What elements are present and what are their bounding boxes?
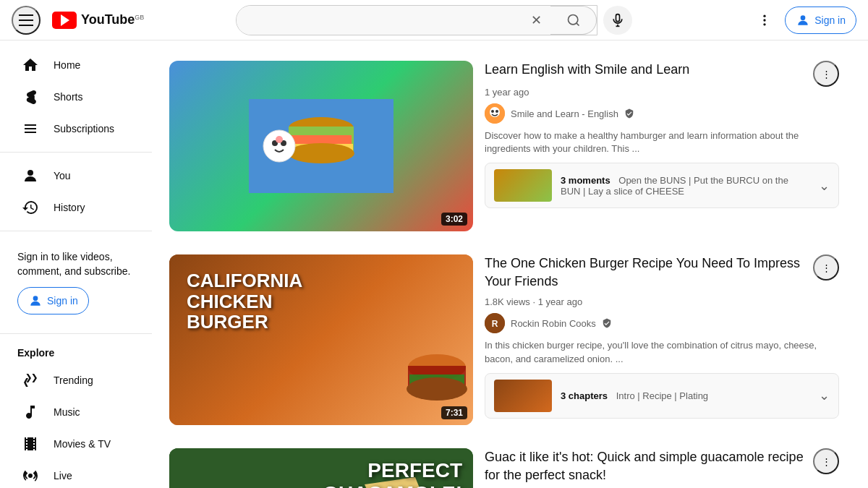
channel-name[interactable]: Rockin Robin Cooks	[511, 318, 596, 329]
live-icon	[22, 467, 39, 484]
youtube-logo[interactable]: YouTubeGB	[52, 12, 144, 29]
video-item: PERFECTGUACAMOLE! Guac it like it's hot:…	[152, 440, 868, 488]
video-more-button[interactable]: ⋮	[813, 448, 839, 474]
search-clear-button[interactable]: ✕	[522, 6, 550, 35]
video-meta: 1.8K views · 1 year ago	[485, 296, 839, 307]
svg-rect-2	[616, 14, 620, 21]
svg-point-6	[764, 19, 766, 21]
video-info: Learn English with Smile and Learn ⋮ 1 y…	[473, 61, 851, 231]
you-label: You	[54, 170, 71, 181]
video-item: 3:02 Learn English with Smile and Learn …	[152, 52, 868, 240]
sidebar-sign-in-button[interactable]: Sign in	[17, 287, 89, 314]
svg-point-10	[27, 170, 33, 176]
channel-name[interactable]: Smile and Learn - English	[511, 108, 618, 119]
time-ago: 1 year ago	[538, 296, 582, 307]
chapters-row[interactable]: 3 chapters Intro | Recipe | Plating ⌄	[485, 373, 839, 419]
chapters-thumbnail	[494, 169, 552, 202]
microphone-icon	[610, 13, 625, 27]
verified-icon	[602, 318, 612, 328]
avatar-image	[485, 103, 505, 124]
video-thumbnail[interactable]: PERFECTGUACAMOLE!	[169, 448, 473, 488]
thumbnail-text: CALIFORNIACHICKENBURGER	[178, 262, 311, 341]
avatar-image: R	[485, 313, 505, 333]
sidebar-sign-in-label: Sign in	[47, 295, 78, 307]
svg-point-27	[495, 110, 498, 113]
channel-avatar: R	[485, 313, 505, 333]
svg-point-0	[568, 14, 577, 24]
sidebar-item-home[interactable]: Home	[4, 49, 148, 81]
history-icon	[22, 199, 39, 216]
youtube-play-icon	[61, 14, 69, 26]
subscriptions-label: Subscriptions	[54, 123, 114, 134]
chapters-count: 3 moments	[561, 175, 610, 186]
svg-rect-17	[291, 135, 352, 144]
video-more-button[interactable]: ⋮	[813, 254, 839, 281]
sidebar-item-live[interactable]: Live	[4, 460, 148, 488]
sidebar-item-history[interactable]: History	[4, 192, 148, 223]
chapters-expand-icon[interactable]: ⌄	[819, 388, 830, 403]
video-title[interactable]: The One Chicken Burger Recipe You Need T…	[485, 254, 813, 291]
verified-icon	[624, 108, 634, 119]
chapters-info: 3 chapters Intro | Recipe | Plating	[561, 390, 810, 401]
voice-search-button[interactable]	[603, 6, 632, 35]
more-options-button[interactable]	[750, 6, 779, 35]
svg-point-12	[28, 474, 33, 478]
thumbnail-image	[249, 99, 393, 193]
sidebar-item-trending[interactable]: Trending	[4, 364, 148, 396]
history-label: History	[54, 202, 85, 213]
sidebar-item-music[interactable]: Music	[4, 396, 148, 428]
menu-button[interactable]	[12, 6, 41, 35]
movies-icon	[22, 435, 39, 453]
sidebar-item-subscriptions[interactable]: Subscriptions	[4, 113, 148, 145]
video-thumbnail[interactable]: 3:02	[169, 61, 473, 231]
home-icon	[22, 56, 39, 74]
chapters-expand-icon[interactable]: ⌄	[819, 178, 830, 194]
music-label: Music	[54, 406, 80, 418]
sidebar-divider-3	[0, 333, 152, 334]
video-info: The One Chicken Burger Recipe You Need T…	[473, 254, 851, 425]
sidebar-item-movies[interactable]: Movies & TV	[4, 428, 148, 460]
sidebar-item-you[interactable]: You	[4, 160, 148, 192]
sidebar: Home Shorts Subscriptions You Hi	[0, 40, 152, 488]
youtube-logo-icon	[52, 12, 77, 29]
video-title[interactable]: Learn English with Smile and Learn	[485, 61, 689, 79]
chapters-detail: Intro | Recipe | Plating	[616, 390, 708, 401]
explore-heading: Explore	[0, 341, 152, 364]
header: YouTubeGB burger recipe ✕	[0, 0, 868, 40]
sign-in-button[interactable]: Sign in	[785, 7, 856, 34]
you-icon	[22, 167, 39, 184]
video-title[interactable]: Guac it like it's hot: Quick and simple …	[485, 448, 813, 484]
svg-point-31	[407, 377, 467, 401]
duration-badge: 3:02	[441, 213, 467, 226]
video-thumbnail[interactable]: CALIFORNIACHICKENBURGER 7:31	[169, 254, 473, 425]
chapters-row[interactable]: 3 moments Open the BUNS | Put the BURCU …	[485, 163, 839, 208]
header-center: burger recipe ✕	[163, 5, 705, 35]
shorts-icon	[22, 88, 39, 106]
hamburger-icon	[19, 14, 33, 26]
search-submit-button[interactable]	[550, 6, 597, 35]
video-description: In this chicken burger recipe, you'll lo…	[485, 339, 839, 365]
video-info: Guac it like it's hot: Quick and simple …	[473, 448, 851, 488]
logo-text: YouTubeGB	[78, 12, 144, 27]
chapters-count: 3 chapters	[561, 390, 608, 401]
home-label: Home	[54, 59, 80, 71]
svg-point-23	[276, 136, 283, 143]
search-box: burger recipe ✕	[236, 5, 597, 35]
sidebar-item-shorts[interactable]: Shorts	[4, 81, 148, 113]
chapters-thumbnail	[494, 380, 552, 412]
subscriptions-icon	[22, 120, 39, 137]
video-meta: 1 year ago	[485, 87, 839, 98]
search-results: 3:02 Learn English with Smile and Learn …	[152, 40, 868, 488]
trending-label: Trending	[54, 374, 93, 386]
search-input[interactable]: burger recipe	[237, 6, 522, 35]
svg-text:R: R	[492, 319, 498, 329]
video-more-button[interactable]: ⋮	[813, 61, 839, 87]
account-circle-icon	[796, 13, 810, 27]
sidebar-divider-2	[0, 231, 152, 231]
sidebar-account-icon	[28, 294, 43, 308]
svg-point-26	[491, 110, 494, 113]
layout: Home Shorts Subscriptions You Hi	[0, 40, 868, 488]
svg-point-7	[764, 23, 766, 25]
svg-point-11	[33, 296, 38, 301]
svg-point-5	[764, 14, 766, 17]
